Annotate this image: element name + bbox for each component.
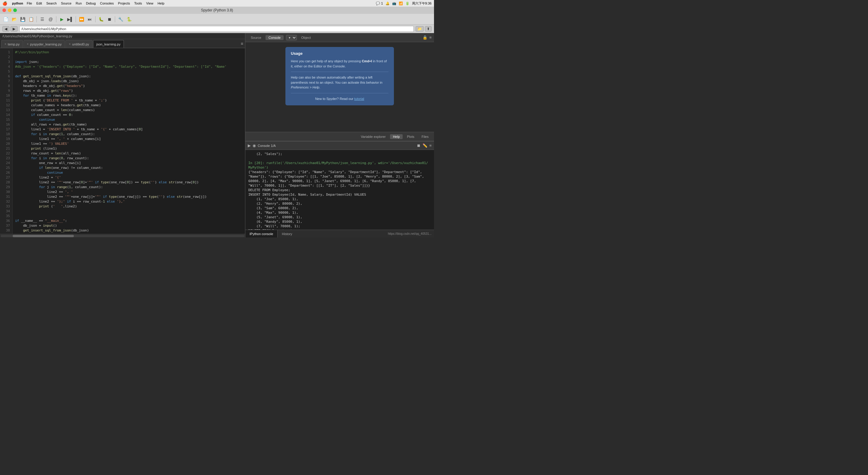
tab-pyspyder-learning[interactable]: × pyspyder_learning.py	[24, 40, 65, 48]
toolbar-separator-2	[56, 16, 56, 22]
close-button[interactable]	[2, 8, 6, 12]
console-line-insert: INSERT INTO Employee(Id, Name, Salary, D…	[248, 192, 431, 197]
menu-projects[interactable]: Projects	[118, 1, 130, 5]
console-output[interactable]: (2, "Sales"); In [20]: runfile('/Users/x…	[245, 150, 434, 230]
toolbar-separator-4	[95, 16, 96, 22]
console-line-row1: (1, "Joe", 85000, 1),	[248, 197, 431, 201]
usage-link: New to Spyder? Read our tutorial	[291, 96, 389, 101]
tab-variable-explorer[interactable]: Variable explorer	[358, 134, 389, 139]
scroll-track[interactable]	[1, 235, 244, 237]
run-advance-button[interactable]: ⏭	[86, 15, 94, 23]
stop-button[interactable]: ⏹	[105, 15, 113, 23]
tab-source[interactable]: Source	[248, 35, 264, 40]
usage-box: Usage Here you can get help of any objec…	[285, 47, 394, 105]
path-input[interactable]	[19, 26, 414, 32]
help-panel-header: Source Console ▾ Object 🔒 ≡	[245, 33, 434, 42]
main-area: /Users/xuzhichao01/MyPython/json_learnin…	[0, 33, 434, 238]
breadcrumb-path: /Users/xuzhichao01/MyPython/json_learnin…	[2, 34, 72, 38]
path-bar: ◀ ▶ 📁 ⬆	[0, 25, 434, 33]
tab-console[interactable]: Console	[266, 35, 284, 40]
save-button[interactable]: 💾	[19, 15, 27, 23]
forward-button[interactable]: ▶	[10, 26, 18, 32]
menu-consoles[interactable]: Consoles	[100, 1, 114, 5]
navigation-buttons: ◀ ▶	[2, 26, 18, 32]
console-line-row4: (4, "Max", 90000, 1),	[248, 210, 431, 215]
menu-source[interactable]: Source	[61, 1, 71, 5]
options-icon[interactable]: ≡	[429, 35, 432, 40]
line-number: 33	[0, 204, 10, 209]
line-number: 16	[0, 122, 10, 127]
console-collapse-icon[interactable]: ▶	[248, 143, 251, 148]
menu-bar: 🍎 python File Edit Search Source Run Deb…	[0, 0, 434, 7]
editor-horizontal-scrollbar[interactable]	[0, 234, 245, 238]
save-all-button[interactable]: 📋	[27, 15, 35, 23]
line-number: 20	[0, 141, 10, 146]
line-number: 3	[0, 60, 10, 64]
menu-view[interactable]: View	[146, 1, 153, 5]
tab-files[interactable]: Files	[418, 134, 432, 139]
maximize-button[interactable]	[13, 8, 17, 12]
line-number: 4	[0, 64, 10, 69]
lock-icon[interactable]: 🔒	[423, 35, 427, 40]
email-button[interactable]: @	[47, 15, 55, 23]
console-select[interactable]: ▾	[286, 35, 297, 40]
console-bottom-tabs: IPython console History https://blog.csd…	[245, 230, 434, 238]
console-line-output: {"headers": {"Employee": ["Id", "Name", …	[248, 170, 431, 174]
usage-body: Here you can get help of any object by p…	[291, 59, 389, 101]
run-cell-button[interactable]: ▶▌	[66, 15, 74, 23]
battery-icon: 🔋	[405, 1, 410, 5]
line-number: 11	[0, 98, 10, 103]
tab-label: json_learning.py	[96, 42, 121, 46]
status-bar-link: https://blog.csdn.net/qq_40531...	[388, 232, 434, 235]
window-controls[interactable]	[2, 8, 17, 12]
editor-pane: /Users/xuzhichao01/MyPython/json_learnin…	[0, 33, 245, 238]
new-file-button[interactable]: 📄	[2, 15, 10, 23]
menu-edit[interactable]: Edit	[36, 1, 42, 5]
scroll-thumb[interactable]	[13, 235, 73, 237]
menu-search[interactable]: Search	[46, 1, 57, 5]
code-content[interactable]: #!/usr/bin/python import json; #db_json …	[13, 48, 245, 234]
open-file-button[interactable]: 📂	[10, 15, 18, 23]
run-selection-button[interactable]: ⏩	[78, 15, 85, 23]
tab-plots[interactable]: Plots	[404, 134, 417, 139]
folder-button[interactable]: 📁	[415, 26, 424, 32]
apple-menu[interactable]: 🍎	[2, 1, 7, 6]
back-button[interactable]: ◀	[2, 26, 9, 32]
code-editor[interactable]: 1 2 3 4 5 6 7 8 9 10 11 12 13 14 15 16 1…	[0, 48, 245, 234]
console-stop-icon[interactable]: ⏹	[417, 143, 421, 148]
console-options-icon[interactable]: ≡	[429, 143, 432, 148]
menu-tools[interactable]: Tools	[134, 1, 142, 5]
python-path-button[interactable]: 🐍	[125, 15, 133, 23]
line-number: 22	[0, 151, 10, 156]
console-expand-icon[interactable]: ◉	[253, 143, 256, 148]
menu-file[interactable]: File	[27, 1, 32, 5]
line-number: 8	[0, 84, 10, 89]
minimize-button[interactable]	[8, 8, 11, 12]
debug-button[interactable]: 🐛	[97, 15, 105, 23]
console-edit-icon[interactable]: ✏️	[423, 143, 427, 148]
browse-tabs-button[interactable]: ☰	[38, 15, 46, 23]
upload-button[interactable]: ⬆	[425, 26, 432, 32]
tools-button[interactable]: 🔧	[117, 15, 124, 23]
line-number: 30	[0, 190, 10, 195]
tab-temp-py[interactable]: × temp.py	[1, 40, 23, 48]
menu-help[interactable]: Help	[158, 1, 164, 5]
tab-history[interactable]: History	[278, 230, 296, 238]
tab-menu-button[interactable]: ≡	[241, 41, 243, 46]
usage-title: Usage	[291, 51, 389, 56]
menu-debug[interactable]: Debug	[86, 1, 96, 5]
line-number: 32	[0, 199, 10, 204]
console-line	[248, 156, 431, 161]
tab-untitled0[interactable]: × untitled0.py	[65, 40, 92, 48]
tab-ipython-console[interactable]: IPython console	[245, 230, 278, 238]
tab-help[interactable]: Help	[390, 134, 403, 139]
tab-json-learning[interactable]: json_learning.py	[93, 40, 124, 48]
console-line-row7: (7, "Will", 70000, 1);	[248, 224, 431, 229]
help-header-actions: 🔒 ≡	[423, 35, 432, 40]
tab-object[interactable]: Object	[298, 35, 314, 40]
run-button[interactable]: ▶	[58, 15, 66, 23]
console-line-row6: (6, "Randy", 85000, 1),	[248, 219, 431, 224]
console-panel: ▶ ◉ Console 1/A ⏹ ✏️ ≡ (2, "Sales"); In …	[245, 141, 434, 238]
tutorial-link[interactable]: tutorial	[354, 97, 364, 101]
menu-run[interactable]: Run	[76, 1, 82, 5]
